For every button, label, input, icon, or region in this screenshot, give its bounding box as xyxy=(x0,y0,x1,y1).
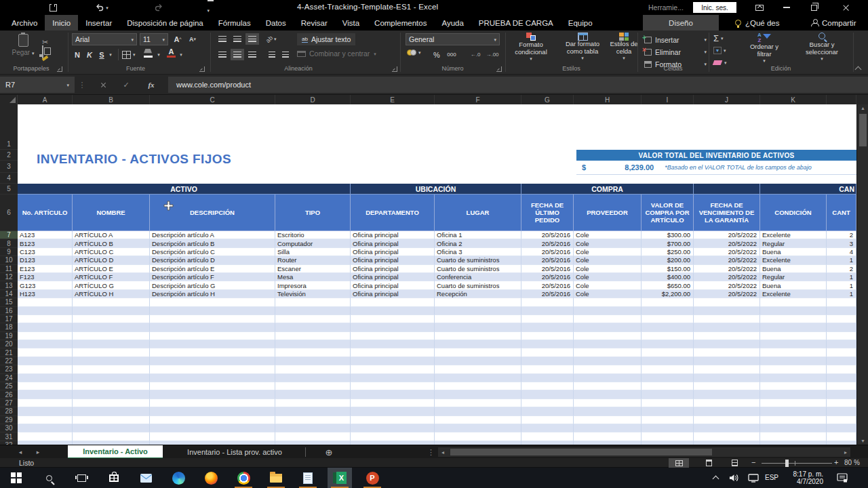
align-bottom-icon[interactable] xyxy=(245,33,259,45)
taskbar-search-button[interactable] xyxy=(41,470,57,485)
cell[interactable]: Descripción artículo B xyxy=(150,239,275,247)
column-header-cell[interactable]: CONDICIÓN xyxy=(760,195,827,231)
cell[interactable] xyxy=(694,357,760,365)
cell[interactable]: ARTÍCULO G xyxy=(73,281,150,289)
cell[interactable]: B123 xyxy=(18,239,73,247)
row-number[interactable]: 24 xyxy=(0,374,18,382)
cell[interactable] xyxy=(694,382,760,390)
cell[interactable] xyxy=(275,399,351,407)
cell[interactable]: Cuarto de suministros xyxy=(435,265,521,273)
cell[interactable] xyxy=(435,382,521,390)
cell[interactable] xyxy=(73,348,150,357)
cell[interactable] xyxy=(694,390,760,399)
cell[interactable]: Escritorio xyxy=(275,231,351,239)
cell[interactable]: Cole xyxy=(574,231,642,239)
cell[interactable] xyxy=(73,307,150,315)
sheet-nav-left-icon[interactable]: ◂ xyxy=(15,445,26,459)
cell[interactable] xyxy=(73,407,150,415)
cell[interactable] xyxy=(18,357,73,365)
wrap-text-button[interactable]: abAjustar texto xyxy=(297,33,355,45)
cell[interactable]: 2 xyxy=(827,265,856,273)
cell[interactable] xyxy=(351,365,435,373)
align-top-icon[interactable] xyxy=(216,33,229,45)
cell[interactable]: Descripción artículo A xyxy=(150,231,275,239)
start-button[interactable] xyxy=(8,470,24,485)
group-header-cell[interactable]: UBICACIÓN xyxy=(351,184,521,195)
underline-caret[interactable]: ▾ xyxy=(107,49,114,60)
column-letter-clipped[interactable] xyxy=(827,95,856,104)
cell[interactable] xyxy=(521,315,574,323)
format-as-table-button[interactable]: Dar formato como tabla▾ xyxy=(557,33,608,60)
group-header-cell[interactable] xyxy=(694,184,760,195)
cell[interactable] xyxy=(275,365,351,373)
chrome-button[interactable] xyxy=(235,470,252,485)
cell[interactable] xyxy=(694,340,760,348)
group-header-cell[interactable]: ACTIVO xyxy=(18,184,351,195)
cell[interactable] xyxy=(694,323,760,331)
excel-button[interactable]: X xyxy=(332,470,348,485)
row-number[interactable]: 26 xyxy=(0,390,18,399)
scroll-left-icon[interactable]: ◂ xyxy=(438,447,448,457)
customize-qat-icon[interactable]: ▾ xyxy=(203,2,217,13)
horizontal-scrollbar[interactable]: ◂ ▸ xyxy=(438,447,850,457)
cell[interactable] xyxy=(18,340,73,348)
cell[interactable]: Cole xyxy=(574,248,642,256)
cell[interactable] xyxy=(351,298,435,306)
close-icon[interactable] xyxy=(834,0,857,15)
tray-expand-button[interactable] xyxy=(709,470,722,485)
save-icon[interactable] xyxy=(46,2,60,13)
scroll-right-icon[interactable]: ▸ xyxy=(841,447,850,457)
tell-me-control[interactable]: ¿Qué des xyxy=(735,15,780,30)
cell[interactable] xyxy=(435,323,521,331)
cell[interactable] xyxy=(521,374,574,382)
select-all-corner[interactable] xyxy=(0,95,18,104)
column-header-cell[interactable]: LUGAR xyxy=(435,195,521,231)
row-number[interactable]: 31 xyxy=(0,432,18,441)
cell[interactable] xyxy=(73,399,150,407)
cell[interactable] xyxy=(642,432,694,441)
cell[interactable] xyxy=(73,432,150,441)
cell[interactable]: 20/5/2022 xyxy=(694,290,760,298)
cell[interactable] xyxy=(521,407,574,415)
cell[interactable] xyxy=(73,390,150,399)
cell[interactable] xyxy=(435,424,521,432)
cell[interactable] xyxy=(351,340,435,348)
align-left-icon[interactable] xyxy=(216,49,229,60)
cell[interactable]: Impresora xyxy=(275,281,351,289)
row-number[interactable]: 28 xyxy=(0,407,18,415)
cell[interactable] xyxy=(18,424,73,432)
cell[interactable]: Cole xyxy=(574,281,642,289)
store-button[interactable] xyxy=(106,470,122,485)
cell[interactable] xyxy=(760,424,827,432)
cell[interactable] xyxy=(827,323,856,331)
cell[interactable]: 20/5/2022 xyxy=(694,273,760,281)
cell[interactable] xyxy=(642,340,694,348)
row-number[interactable]: 25 xyxy=(0,382,18,390)
cell[interactable] xyxy=(827,390,856,399)
scroll-up-icon[interactable]: ▲ xyxy=(857,106,868,110)
cell[interactable]: Cole xyxy=(574,239,642,247)
ribbon-tab-archivo[interactable]: Archivo xyxy=(4,15,45,30)
cell[interactable]: Oficina principal xyxy=(351,290,435,298)
cell[interactable] xyxy=(18,298,73,306)
cell[interactable] xyxy=(574,298,642,306)
cell[interactable] xyxy=(642,407,694,415)
font-color-caret[interactable]: ▾ xyxy=(178,49,184,60)
cell[interactable]: Oficina 2 xyxy=(435,239,521,247)
ribbon-tab-disposici-n-de-p-gina[interactable]: Disposición de página xyxy=(119,15,211,30)
cell[interactable]: 20/5/2016 xyxy=(521,265,574,273)
row-number[interactable]: 1 xyxy=(0,104,18,150)
cell[interactable]: ARTÍCULO F xyxy=(73,273,150,281)
cell[interactable] xyxy=(150,340,275,348)
clock[interactable]: 8:17 p. m. 4/7/2020 xyxy=(778,470,823,486)
cell[interactable] xyxy=(574,382,642,390)
cell[interactable]: Oficina principal xyxy=(351,248,435,256)
cell[interactable] xyxy=(435,332,521,340)
cell[interactable]: Descripción artículo D xyxy=(150,256,275,264)
cell[interactable]: Excelente xyxy=(760,231,827,239)
cell[interactable] xyxy=(827,424,856,432)
cell[interactable] xyxy=(574,416,642,424)
cell[interactable]: Regular xyxy=(760,273,827,281)
cell[interactable] xyxy=(521,365,574,373)
cell[interactable] xyxy=(73,424,150,432)
